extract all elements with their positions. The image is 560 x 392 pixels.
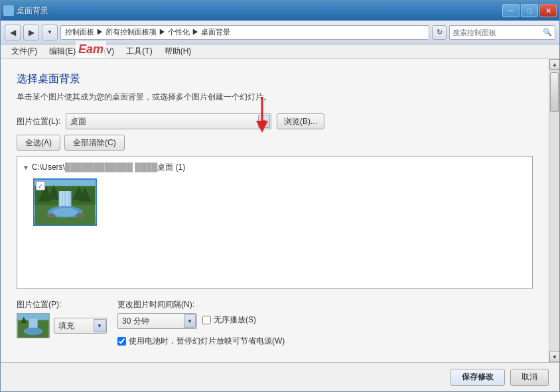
content-panel: 选择桌面背景 单击某个图片使其成为您的桌面背景，或选择多个图片创建一个幻灯片。 … (1, 59, 549, 362)
position-preview-image (17, 314, 49, 338)
svg-rect-18 (35, 218, 96, 225)
picture-location-label: 图片位置(L): (17, 116, 60, 127)
picture-location-dropdown-container: 桌面 ▼ (66, 113, 271, 129)
folder-path-text: C:\Users\████████████ ████桌面 (1) (32, 162, 185, 173)
clear-all-button[interactable]: 全部清除(C) (64, 135, 125, 151)
scroll-down-button[interactable]: ▼ (549, 352, 559, 362)
refresh-button[interactable]: ↻ (432, 25, 447, 40)
main-window: 桌面背景 ─ □ ✕ ◀ ▶ ▼ 控制面板 ▶ 所有控制面板项 ▶ 个性化 ▶ … (0, 0, 560, 392)
position-section: 图片位置(P): (17, 299, 107, 338)
image-thumb-wrapper[interactable]: ✓ (33, 178, 97, 226)
browse-button[interactable]: 浏览(B)... (277, 113, 324, 129)
page-title: 选择桌面背景 (17, 72, 533, 86)
menu-edit[interactable]: 编辑(E) (44, 44, 81, 58)
position-select[interactable]: 填充 (54, 318, 107, 334)
page-subtitle: 单击某个图片使其成为您的桌面背景，或选择多个图片创建一个幻灯片。 (17, 92, 533, 103)
action-buttons-row: 全选(A) 全部清除(C) (17, 135, 533, 151)
menu-bar: 文件(F) 编辑(E) 查看(V) 工具(T) 帮助(H) (1, 44, 559, 59)
window-icon (3, 5, 14, 16)
title-bar: 桌面背景 ─ □ ✕ (1, 1, 559, 21)
maximize-button[interactable]: □ (521, 4, 538, 17)
breadcrumb-text: 控制面板 ▶ 所有控制面板项 ▶ 个性化 ▶ 桌面背景 (65, 27, 230, 37)
battery-label: 使用电池时，暂停幻灯片放映可节省电源(W) (129, 336, 285, 347)
scroll-up-button[interactable]: ▲ (549, 59, 559, 70)
scroll-track[interactable] (549, 70, 559, 352)
main-content: 选择桌面背景 单击某个图片使其成为您的桌面背景，或选择多个图片创建一个幻灯片。 … (1, 59, 559, 362)
cancel-button[interactable]: 取消 (510, 369, 549, 386)
picture-location-select[interactable]: 桌面 (66, 113, 271, 129)
dropdown-button[interactable]: ▼ (42, 25, 58, 40)
back-button[interactable]: ◀ (5, 25, 21, 40)
position-label: 图片位置(P): (17, 299, 107, 310)
battery-checkbox[interactable] (117, 337, 126, 346)
scroll-thumb[interactable] (550, 72, 559, 112)
breadcrumb[interactable]: 控制面板 ▶ 所有控制面板项 ▶ 个性化 ▶ 桌面背景 (60, 25, 429, 40)
search-input[interactable] (453, 29, 543, 36)
image-items: ✓ (23, 178, 527, 226)
shuffle-label: 无序播放(S) (214, 314, 256, 326)
image-grid-container: ▼ C:\Users\████████████ ████桌面 (1) ✓ (17, 156, 533, 289)
select-all-button[interactable]: 全选(A) (17, 135, 60, 151)
search-icon[interactable]: 🔍 (543, 28, 552, 36)
battery-checkbox-row[interactable]: 使用电池时，暂停幻灯片放映可节省电源(W) (117, 336, 285, 347)
position-dropdown-container: 填充 ▼ (54, 318, 107, 334)
interval-select[interactable]: 30 分钟 (117, 313, 197, 329)
picture-location-row: 图片位置(L): 桌面 ▼ 浏览(B)... (17, 113, 533, 129)
window-controls: ─ □ ✕ (502, 4, 557, 17)
interval-section: 更改图片时间间隔(N): 30 分钟 ▼ 无序播放(S) (117, 299, 285, 350)
list-item[interactable]: ✓ (33, 178, 97, 226)
menu-view[interactable]: 查看(V) (82, 44, 119, 58)
position-preview: 填充 ▼ (17, 313, 107, 338)
close-button[interactable]: ✕ (539, 4, 557, 17)
scrollbar[interactable]: ▲ ▼ (549, 59, 559, 362)
folder-bullet-icon: ▼ (23, 164, 29, 171)
minimize-button[interactable]: ─ (502, 4, 520, 17)
address-bar: ◀ ▶ ▼ 控制面板 ▶ 所有控制面板项 ▶ 个性化 ▶ 桌面背景 ↻ 🔍 (1, 21, 559, 44)
menu-tools[interactable]: 工具(T) (121, 44, 157, 58)
window-title: 桌面背景 (17, 5, 48, 17)
search-bar: 🔍 (449, 25, 555, 40)
title-bar-left: 桌面背景 (3, 5, 502, 17)
position-thumbnail (17, 313, 50, 338)
interval-dropdown-container: 30 分钟 ▼ (117, 313, 197, 329)
footer: 保存修改 取消 (1, 362, 559, 391)
shuffle-checkbox[interactable] (202, 316, 211, 324)
svg-point-15 (52, 208, 78, 217)
shuffle-checkbox-row[interactable]: 无序播放(S) (202, 314, 256, 326)
bottom-section: 图片位置(P): (17, 299, 533, 350)
image-checkbox[interactable]: ✓ (36, 181, 45, 190)
menu-file[interactable]: 文件(F) (6, 44, 42, 58)
svg-point-17 (76, 213, 84, 218)
forward-button[interactable]: ▶ (23, 25, 39, 40)
interval-label: 更改图片时间间隔(N): (117, 299, 285, 310)
save-button[interactable]: 保存修改 (451, 369, 505, 386)
menu-help[interactable]: 帮助(H) (159, 44, 197, 58)
svg-point-23 (24, 328, 42, 335)
interval-row: 30 分钟 ▼ 无序播放(S) (117, 313, 285, 329)
folder-header: ▼ C:\Users\████████████ ████桌面 (1) (23, 162, 527, 173)
